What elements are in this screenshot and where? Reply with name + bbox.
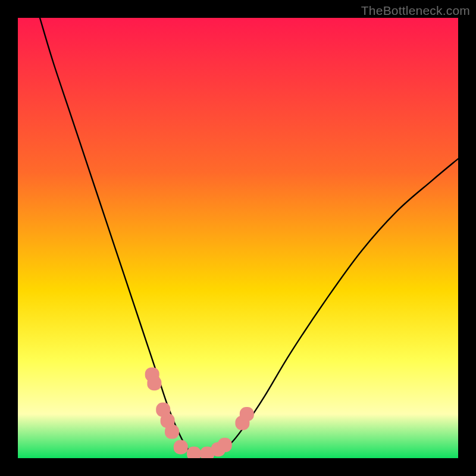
curve-marker: [187, 447, 201, 458]
curve-marker: [240, 407, 254, 421]
frame: TheBottleneck.com: [0, 0, 476, 476]
curve-marker: [218, 438, 232, 452]
watermark-text: TheBottleneck.com: [361, 4, 470, 18]
plot-area: [18, 18, 458, 458]
curve-marker: [147, 376, 161, 390]
curve-marker: [174, 440, 188, 455]
gradient-background: [18, 18, 458, 458]
chart-svg: [18, 18, 458, 458]
curve-marker: [165, 425, 179, 439]
